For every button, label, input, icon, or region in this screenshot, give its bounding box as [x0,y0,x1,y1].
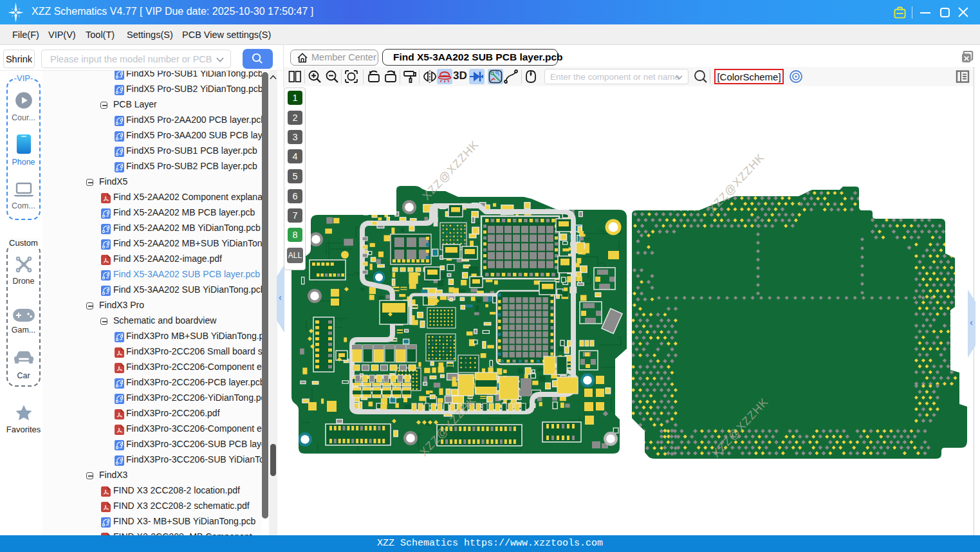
svg-text:XZZ@XZZHK: XZZ@XZZHK [420,138,481,203]
